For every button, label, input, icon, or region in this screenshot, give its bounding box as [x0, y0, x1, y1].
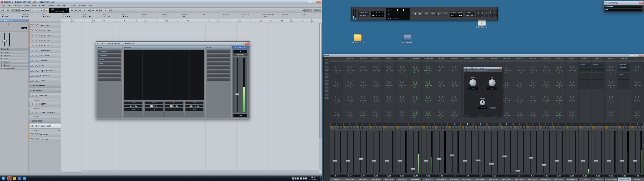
track-row[interactable]: PHILTA XL	[29, 102, 61, 107]
solo-button[interactable]	[32, 138, 34, 140]
inspector-section-notepad[interactable]: Notepad	[0, 64, 28, 67]
eq-gain-knob[interactable]	[387, 96, 388, 98]
pan-control[interactable]: C	[357, 123, 369, 126]
song-position-value[interactable]: 63. 1. 1. 0	[386, 8, 410, 17]
eq-freq-knob[interactable]	[533, 111, 535, 113]
pan-control[interactable]: C	[592, 123, 604, 126]
ruler-bar-number[interactable]: 71	[165, 19, 176, 23]
eq-freq-knob[interactable]	[416, 81, 417, 83]
input-gain-row[interactable]	[461, 60, 474, 62]
insert-slot[interactable]: Compressor	[98, 54, 121, 57]
fader-handle[interactable]	[385, 160, 389, 162]
edit-button[interactable]	[585, 126, 588, 129]
solo-button[interactable]	[32, 60, 34, 62]
mute-button[interactable]	[30, 60, 32, 62]
fader-db-value[interactable]: 7.47	[448, 175, 461, 178]
output-routing[interactable]	[631, 57, 644, 60]
ruler-bar-number[interactable]: 65	[103, 19, 113, 23]
mute-button[interactable]	[618, 126, 621, 129]
mute-button[interactable]	[540, 126, 542, 129]
eq-freq-knob[interactable]	[416, 66, 417, 68]
insert-slot[interactable]	[579, 80, 591, 82]
track-row[interactable]: Absynth 5 Stereo 16	[29, 68, 61, 73]
inspector-section-equalizers[interactable]: Equalizers	[0, 54, 28, 57]
setup-toolbar-button[interactable]	[6, 8, 10, 12]
channel-name[interactable]: B3 St 17/18 (2)	[448, 178, 461, 181]
eq-freq-knob[interactable]	[507, 111, 509, 113]
marker-button[interactable]: 4	[489, 10, 492, 12]
edit-button[interactable]	[572, 126, 575, 129]
fader-handle[interactable]	[358, 158, 363, 160]
channel-name[interactable]: PHILTA XL	[592, 178, 604, 181]
insert-slot[interactable]	[579, 76, 591, 79]
eq-gain-knob[interactable]	[452, 81, 454, 83]
maximize-button[interactable]: □	[312, 1, 317, 3]
eq-gain-knob[interactable]	[334, 96, 336, 98]
snap-toggle-button[interactable]	[301, 8, 304, 12]
plugin-read-button[interactable]	[467, 70, 470, 72]
transport-stop-button[interactable]: ■	[35, 8, 39, 12]
mute-button[interactable]	[631, 126, 634, 129]
eq-gain-knob[interactable]	[504, 96, 506, 98]
solo-button[interactable]	[32, 44, 34, 46]
channel-name[interactable]: B3 St 1/2 (2)	[343, 178, 356, 181]
fader-db-value[interactable]: 0.00	[461, 175, 474, 178]
inserts-header[interactable]: Inserts	[97, 46, 122, 49]
monitor-button[interactable]	[37, 70, 39, 72]
infoline-field[interactable]: Offset0. 2. 0. 71	[101, 14, 121, 18]
automation-button[interactable]	[458, 126, 460, 129]
record-enable-button[interactable]	[35, 40, 36, 42]
monitor-button[interactable]	[37, 80, 39, 82]
eq-gain-knob[interactable]	[609, 111, 610, 113]
eq-gain-knob[interactable]	[530, 66, 532, 68]
eq-freq-knob[interactable]	[572, 96, 574, 98]
eq-gain-knob[interactable]	[400, 111, 402, 113]
inspector-section-inserts[interactable]: Inserts	[0, 51, 28, 54]
infoline-field[interactable]: Root Key-	[281, 14, 301, 18]
mute-button[interactable]	[30, 95, 32, 97]
fader-db-value[interactable]: 0.00	[370, 175, 382, 178]
insert-slot[interactable]: RP-Verb	[579, 63, 591, 66]
solo-button[interactable]	[32, 80, 34, 82]
mute-button[interactable]	[409, 126, 412, 129]
mute-button[interactable]	[527, 126, 530, 129]
solo-button[interactable]	[608, 126, 611, 129]
eq-gain-knob[interactable]	[413, 66, 414, 68]
monitor-button[interactable]	[37, 34, 39, 36]
transport-rewind-button[interactable]: ◀◀	[21, 8, 24, 12]
output-routing[interactable]: Stereo Out	[382, 57, 396, 60]
infoline-field[interactable]: Length31. 1. 3. 47	[81, 14, 101, 18]
channel-name[interactable]: B3 St 27/28 (2)	[513, 178, 526, 181]
send-slot[interactable]	[207, 70, 230, 73]
marker-button[interactable]: 13	[485, 15, 488, 18]
eq-gain-knob[interactable]	[439, 96, 440, 98]
insert-slot[interactable]	[579, 70, 591, 72]
eq-freq-knob[interactable]	[560, 96, 561, 98]
track-row[interactable]: ▼VST Instruments	[29, 83, 61, 88]
play-tool[interactable]	[104, 8, 107, 12]
pan-control[interactable]: C	[514, 123, 526, 126]
mute-button[interactable]	[30, 125, 32, 127]
eq-freq-knob[interactable]	[560, 111, 561, 113]
eq-gain-knob[interactable]	[360, 66, 362, 68]
inspector-section-sends[interactable]: Sends	[0, 57, 28, 60]
object-selection-tool[interactable]	[70, 8, 74, 12]
transport-cycle-button[interactable]: ↻	[30, 8, 34, 12]
automation-button[interactable]	[405, 126, 408, 129]
eq-freq-knob[interactable]	[403, 96, 404, 98]
eq-gain-knob[interactable]	[439, 111, 440, 113]
transport-rew-button[interactable]: ◀◀	[412, 12, 417, 16]
glue-tool[interactable]	[83, 8, 86, 12]
eq-freq-knob[interactable]	[455, 111, 456, 113]
eq-gain-knob[interactable]	[439, 81, 440, 83]
fader-handle[interactable]	[489, 163, 494, 165]
solo-button[interactable]	[517, 126, 520, 129]
mute-button[interactable]	[435, 126, 438, 129]
channel-name[interactable]: B3 St 25/26 (2)	[500, 178, 513, 181]
ruler-bar-number[interactable]: 77	[228, 19, 238, 23]
infoline-value[interactable]: 0.00	[182, 15, 200, 17]
eq-freq-knob[interactable]	[546, 81, 548, 83]
record-enable-button[interactable]	[35, 55, 36, 56]
eq-freq-knob[interactable]	[403, 66, 404, 68]
insert-slot[interactable]	[592, 83, 604, 86]
